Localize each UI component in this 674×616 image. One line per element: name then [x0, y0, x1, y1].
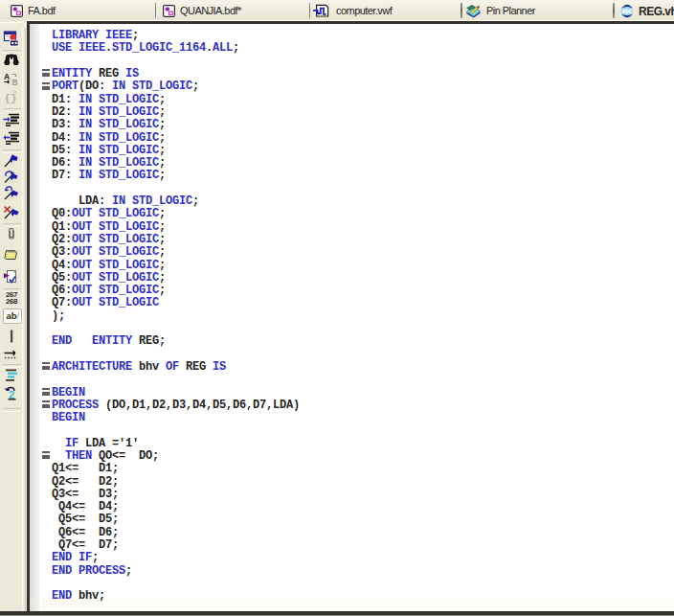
svg-text:{}: {}	[5, 92, 17, 103]
svg-text:B: B	[12, 78, 18, 87]
svg-text:2: 2	[9, 388, 14, 399]
svg-text:A: A	[4, 72, 10, 81]
svg-text:abc: abc	[621, 8, 632, 14]
